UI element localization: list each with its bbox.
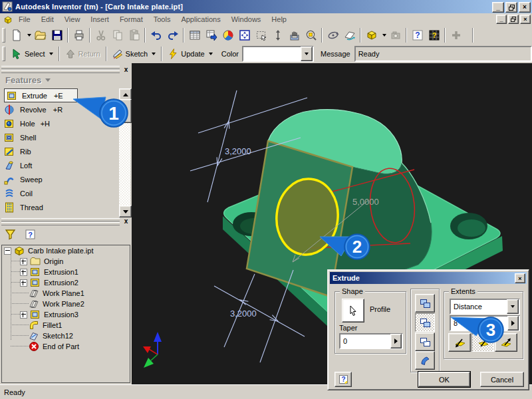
zoom-all-button[interactable] [236, 27, 253, 43]
pan-button[interactable] [286, 27, 303, 43]
undo-button[interactable] [148, 27, 164, 43]
taper-field[interactable]: 0 [339, 333, 403, 349]
expand-icon[interactable] [20, 279, 27, 287]
tree-item-root[interactable]: Carb Intake plate.ipt [2, 245, 130, 256]
direction-3-button[interactable] [495, 333, 517, 352]
minimize-button[interactable]: _ [492, 2, 504, 13]
menu-windows[interactable]: Windows [226, 14, 267, 25]
tree-item-extrusion3[interactable]: Extrusion3 [2, 309, 130, 320]
copy-button[interactable] [109, 27, 126, 43]
appearance-button[interactable] [219, 27, 236, 43]
color-dropdown-button[interactable] [301, 47, 313, 61]
cut-operation-button[interactable] [415, 313, 435, 332]
doc-minimize-button[interactable]: _ [496, 15, 507, 24]
cut-button[interactable] [92, 27, 109, 43]
visual-syllabus-button[interactable]: ? [426, 27, 442, 43]
restore-button[interactable] [505, 2, 517, 13]
zoom-button[interactable] [269, 27, 286, 43]
return-button[interactable]: Return [62, 46, 104, 62]
insert-object-button[interactable] [203, 27, 219, 43]
help-topics-button[interactable]: ? [409, 27, 426, 43]
update-button[interactable]: Update [164, 46, 215, 62]
select-button[interactable]: Select [8, 46, 57, 62]
feature-item-coil[interactable]: Coil [1, 186, 118, 200]
menu-edit[interactable]: Edit [36, 14, 59, 25]
new-button[interactable] [8, 27, 25, 43]
close-button[interactable]: × [519, 2, 531, 13]
tree-item-extrusion2[interactable]: Extrusion2 [2, 277, 130, 288]
dialog-title-bar[interactable]: Extrude × [330, 272, 527, 284]
features-scrollbar[interactable] [119, 88, 130, 217]
tree-item-sketch12[interactable]: Sketch12 [2, 331, 130, 341]
feature-item-shell[interactable]: Shell [1, 130, 118, 144]
extents-mode-combobox[interactable]: Distance [450, 299, 520, 315]
doc-restore-button[interactable] [508, 15, 519, 24]
redo-button[interactable] [164, 27, 181, 43]
feature-item-loft[interactable]: Loft [1, 158, 118, 172]
color-combobox[interactable] [242, 46, 314, 62]
direction-1-button[interactable] [448, 333, 471, 352]
expand-icon[interactable] [20, 258, 27, 265]
save-button[interactable] [49, 27, 65, 43]
tree-item-extrusion1[interactable]: Extrusion1 [2, 267, 130, 277]
new-dropdown-button[interactable] [25, 27, 32, 43]
menu-tools[interactable]: Tools [148, 14, 176, 25]
parameters-button[interactable] [186, 27, 203, 43]
profile-button[interactable] [342, 299, 364, 323]
toolbar-grip[interactable] [2, 28, 5, 43]
cancel-button[interactable]: Cancel [480, 372, 524, 387]
feature-item-sweep[interactable]: Sweep [1, 172, 118, 186]
tree-item-workplane2[interactable]: Work Plane2 [2, 299, 130, 309]
doc-close-button[interactable]: × [520, 15, 531, 24]
surface-button[interactable] [415, 351, 435, 370]
taper-spinner-button[interactable] [390, 334, 402, 348]
tree-item-end-of-part[interactable]: End of Part [2, 341, 130, 352]
menu-view[interactable]: View [59, 14, 86, 25]
zoom-selected-button[interactable] [303, 27, 319, 43]
shaded-dropdown-button[interactable] [380, 27, 387, 43]
feature-item-thread[interactable]: Thread [1, 200, 118, 214]
menu-format[interactable]: Format [114, 14, 148, 25]
join-button[interactable] [415, 294, 435, 313]
scrollbar-thumb[interactable] [119, 99, 132, 123]
menu-help[interactable]: Help [266, 14, 292, 25]
paste-button[interactable] [126, 27, 142, 43]
browser-help-button[interactable]: ? [23, 227, 37, 241]
direction-2-button[interactable] [471, 333, 494, 352]
menu-file[interactable]: File [13, 14, 36, 25]
rotate-button[interactable] [325, 27, 341, 43]
look-at-button[interactable] [341, 27, 358, 43]
menu-insert[interactable]: Insert [85, 14, 114, 25]
toolbar-grip[interactable] [2, 47, 5, 61]
distance-field[interactable]: 8 [450, 315, 520, 331]
scroll-down-button[interactable] [119, 205, 132, 217]
ok-button[interactable]: OK [418, 372, 470, 387]
extents-dropdown-button[interactable] [507, 299, 519, 314]
browser-panel-grip[interactable] [1, 218, 120, 223]
feature-item-rib[interactable]: Rib [1, 144, 118, 158]
dialog-help-button[interactable]: ? [334, 372, 352, 387]
browser-panel-close-icon[interactable]: x [122, 217, 130, 225]
intersect-button[interactable] [415, 332, 435, 351]
tree-item-origin[interactable]: Origin [2, 256, 130, 267]
dialog-close-icon[interactable]: × [515, 273, 525, 283]
tree-item-workplane1[interactable]: Work Plane1 [2, 288, 130, 299]
features-panel-header[interactable]: Features [1, 73, 133, 86]
sketch-button[interactable]: Sketch [109, 46, 160, 62]
camera-view-button[interactable] [387, 27, 404, 43]
print-button[interactable] [70, 27, 87, 43]
distance-spinner-button[interactable] [507, 316, 519, 331]
feature-item-hole[interactable]: Hole +H [1, 116, 118, 130]
tree-item-fillet1[interactable]: Fillet1 [2, 320, 130, 331]
open-button[interactable] [32, 27, 49, 43]
feature-item-revolve[interactable]: Revolve +R [1, 102, 118, 116]
zoom-window-button[interactable] [253, 27, 269, 43]
features-panel-grip[interactable] [1, 66, 120, 71]
expand-icon[interactable] [20, 269, 27, 276]
menu-applications[interactable]: Applications [176, 14, 225, 25]
shaded-display-button[interactable] [363, 27, 380, 43]
browser-filter-button[interactable] [3, 227, 17, 241]
collapse-expander-icon[interactable] [4, 247, 11, 255]
feature-item-extrude[interactable]: Extrude +E [1, 88, 118, 102]
add-button[interactable] [448, 27, 464, 43]
